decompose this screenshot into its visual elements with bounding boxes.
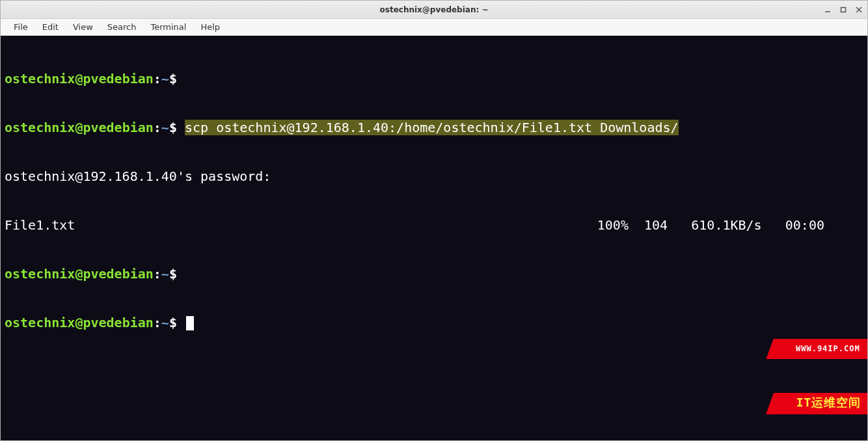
prompt-path: ~	[161, 120, 169, 135]
transfer-bytes: 104	[644, 217, 668, 233]
prompt-colon: :	[154, 120, 161, 135]
prompt-line-empty: ostechnix@pvedebian:~$	[5, 71, 863, 87]
prompt-colon: :	[154, 315, 161, 330]
prompt-at: @	[75, 266, 83, 282]
prompt-user: ostechnix	[5, 71, 75, 87]
watermark-url: WWW.94IP.COM	[766, 339, 867, 359]
watermark-brand: IT运维空间	[766, 393, 867, 414]
svg-rect-1	[841, 8, 846, 12]
prompt-host: pvedebian	[83, 315, 153, 330]
transfer-speed: 610.1KB/s	[691, 217, 761, 233]
menu-view[interactable]: View	[66, 20, 100, 34]
menu-search[interactable]: Search	[101, 20, 143, 34]
menu-help[interactable]: Help	[194, 20, 226, 34]
prompt-path: ~	[161, 71, 169, 87]
password-prompt: ostechnix@192.168.1.40's password:	[5, 168, 271, 184]
transfer-stats: 100% 104 610.1KB/s 00:00	[597, 217, 863, 234]
prompt-user: ostechnix	[5, 315, 75, 330]
prompt-host: pvedebian	[83, 120, 153, 135]
scp-command: scp ostechnix@192.168.1.40:/home/ostechn…	[185, 120, 679, 135]
prompt-line-cursor: ostechnix@pvedebian:~$	[5, 315, 863, 331]
menubar: File Edit View Search Terminal Help	[1, 19, 867, 36]
prompt-at: @	[75, 315, 83, 330]
prompt-line-empty-2: ostechnix@pvedebian:~$	[5, 266, 863, 282]
prompt-host: pvedebian	[83, 71, 153, 87]
close-button[interactable]	[856, 7, 862, 13]
prompt-dollar: $	[169, 71, 177, 87]
prompt-at: @	[75, 71, 83, 87]
menu-file[interactable]: File	[7, 20, 34, 34]
titlebar: ostechnix@pvedebian: ~	[1, 1, 867, 19]
prompt-dollar: $	[169, 315, 177, 330]
prompt-at: @	[75, 120, 83, 135]
window-controls	[824, 1, 862, 19]
prompt-dollar: $	[169, 120, 177, 135]
prompt-path: ~	[161, 315, 169, 330]
prompt-host: pvedebian	[83, 266, 153, 282]
transfer-time: 00:00	[785, 217, 824, 233]
prompt-colon: :	[154, 71, 161, 87]
terminal-cursor	[186, 316, 194, 330]
maximize-button[interactable]	[840, 7, 847, 13]
transfer-percent: 100%	[597, 217, 629, 233]
prompt-user: ostechnix	[5, 266, 75, 282]
menu-edit[interactable]: Edit	[36, 20, 65, 34]
scp-command-line: ostechnix@pvedebian:~$ scp ostechnix@192…	[5, 120, 863, 136]
terminal-area[interactable]: ostechnix@pvedebian:~$ ostechnix@pvedebi…	[1, 36, 867, 440]
transfer-progress-line: File1.txt100% 104 610.1KB/s 00:00	[5, 217, 863, 234]
prompt-colon: :	[154, 266, 161, 282]
terminal-window: ostechnix@pvedebian: ~ File Edit View Se…	[0, 0, 868, 441]
password-prompt-line: ostechnix@192.168.1.40's password:	[5, 168, 863, 185]
menu-terminal[interactable]: Terminal	[144, 20, 193, 34]
prompt-user: ostechnix	[5, 120, 75, 135]
prompt-path: ~	[161, 266, 169, 282]
transfer-filename: File1.txt	[5, 217, 75, 234]
prompt-dollar: $	[169, 266, 177, 282]
window-title: ostechnix@pvedebian: ~	[380, 5, 489, 14]
minimize-button[interactable]	[824, 7, 831, 13]
